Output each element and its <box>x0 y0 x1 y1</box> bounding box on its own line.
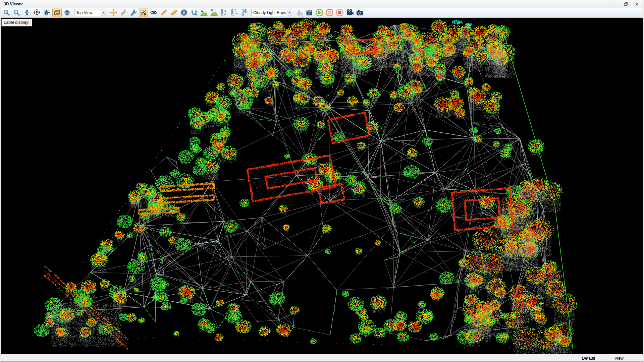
statusbar-message-area <box>1 354 567 362</box>
terrain-down-button[interactable] <box>199 8 209 17</box>
minimize-button[interactable] <box>612 2 618 6</box>
close-button[interactable] <box>634 2 639 6</box>
airplane-icon <box>295 8 304 17</box>
magnet-plus-icon <box>190 9 198 16</box>
titlebar: 3D Viewer <box>1 0 643 8</box>
walk-person-icon <box>23 9 31 16</box>
mountain-up-arrow-icon <box>210 9 218 17</box>
animation-clip-button[interactable] <box>305 8 314 17</box>
zoom-out-button[interactable] <box>12 8 21 17</box>
pan-mode-button[interactable] <box>32 8 42 17</box>
zoom-in-button[interactable] <box>2 8 11 17</box>
toolbar: Top View ▼ <box>1 8 643 18</box>
movie-camera-icon <box>345 8 354 17</box>
stop-button[interactable] <box>325 8 334 17</box>
viewport-3d[interactable]: Label display: <box>1 18 643 354</box>
chevron-down-icon[interactable]: ▼ <box>101 9 106 16</box>
label-display-tooltip: Label display: <box>1 19 32 26</box>
measure-ruler-button[interactable] <box>169 8 178 17</box>
wrench-icon <box>130 9 137 16</box>
chevron-down-icon[interactable]: ▼ <box>287 9 292 16</box>
water-gauge-up-icon <box>230 9 238 17</box>
orbit-cube-button[interactable] <box>52 8 62 17</box>
display-eye-button[interactable] <box>149 8 158 17</box>
status-pane-view: View <box>610 354 643 362</box>
gauge-plus-icon <box>240 9 248 17</box>
window-controls <box>612 2 641 6</box>
3d-viewer-window: 3D Viewer <box>0 0 644 362</box>
terrain-up-button[interactable] <box>209 8 219 17</box>
home-icon <box>63 9 71 16</box>
play-button[interactable] <box>315 8 324 17</box>
scale-percent-icon <box>140 9 147 16</box>
shading-dropdown[interactable]: Cloudy Light Rays ▼ <box>251 9 292 16</box>
tooltip-text: Label display: <box>4 20 29 25</box>
water-level-up-button[interactable] <box>229 8 239 17</box>
photo-camera-icon <box>356 8 364 17</box>
video-capture-button[interactable] <box>345 8 354 17</box>
pivot-point-button[interactable] <box>109 8 118 17</box>
status-pane-default: Default <box>567 354 610 362</box>
orbit-cube-icon <box>53 9 61 16</box>
snap-magnet-button[interactable] <box>189 8 199 17</box>
helicopter-icon <box>43 9 51 17</box>
restore-icon <box>624 2 628 6</box>
pencil-icon <box>160 9 167 16</box>
walk-mode-button[interactable] <box>22 8 32 17</box>
flight-path-button[interactable] <box>294 8 304 17</box>
zoom-in-icon <box>3 9 10 16</box>
ruler-icon <box>170 9 178 16</box>
eye-icon <box>150 9 158 16</box>
axes-icon <box>120 9 127 16</box>
pan-person-icon <box>33 9 41 16</box>
record-icon <box>335 8 344 17</box>
zoom-out-icon <box>13 9 20 16</box>
clapperboard-icon <box>305 9 313 17</box>
statusbar: Default View <box>1 354 643 362</box>
snapshot-camera-button[interactable] <box>355 8 364 17</box>
point-cloud-canvas[interactable] <box>1 18 643 354</box>
edit-pencil-button[interactable] <box>159 8 168 17</box>
fly-mode-button[interactable] <box>42 8 52 17</box>
water-level-down-button[interactable] <box>219 8 229 17</box>
axes-marker-button[interactable] <box>119 8 128 17</box>
gauge-add-button[interactable] <box>239 8 249 17</box>
mountain-down-arrow-icon <box>200 9 208 17</box>
stop-icon <box>325 8 334 17</box>
home-view-button[interactable] <box>62 8 72 17</box>
record-button[interactable] <box>335 8 344 17</box>
star-pivot-icon <box>110 9 117 16</box>
window-title: 3D Viewer <box>4 2 23 6</box>
restore-button[interactable] <box>623 2 629 6</box>
view-mode-dropdown[interactable]: Top View ▼ <box>74 9 106 16</box>
minimize-icon <box>613 2 617 6</box>
info-icon <box>180 9 188 16</box>
water-gauge-down-icon <box>220 9 228 17</box>
settings-wrench-button[interactable] <box>129 8 138 17</box>
info-button[interactable] <box>179 8 189 17</box>
vertical-exaggeration-button[interactable] <box>139 8 148 17</box>
view-mode-value: Top View <box>74 10 92 15</box>
shading-value: Cloudy Light Rays <box>252 10 286 15</box>
play-icon <box>315 8 324 17</box>
close-icon <box>635 2 639 6</box>
